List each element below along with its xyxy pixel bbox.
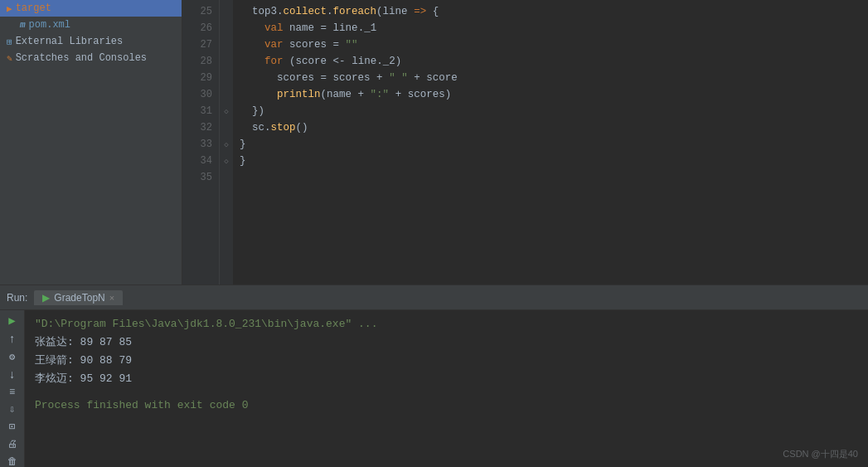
run-filter-button[interactable]: ≡ [3,387,22,398]
output-result-3: 李炫迈: 95 92 91 [35,370,858,388]
gutter-25 [220,3,233,20]
code-lines[interactable]: top3.collect.foreach(line => { val name … [233,0,868,285]
gutter-30 [220,86,233,103]
run-download-button[interactable]: ⇩ [3,403,22,416]
run-down-button[interactable]: ↓ [3,368,22,382]
gutter-34: ◇ [220,153,233,169]
code-line-27: var scores = "" [240,36,861,53]
run-layout-button[interactable]: ⊡ [3,421,22,433]
run-label: Run: [7,292,27,304]
run-up-button[interactable]: ↑ [3,333,22,346]
sidebar: ▶ target m pom.xml ⊞ External Libraries … [0,0,182,285]
code-line-32: sc.stop() [240,119,861,136]
output-process-line: Process finished with exit code 0 [35,396,858,415]
run-tab-close[interactable]: × [109,293,114,303]
folder-icon: ▶ [7,3,12,14]
output-result-2: 王绿箭: 90 88 79 [35,352,858,370]
sidebar-item-scratches[interactable]: ✎ Scratches and Consoles [0,50,182,66]
run-print-button[interactable]: 🖨 [3,438,22,450]
watermark: CSDN @十四是40 [783,448,858,460]
code-line-30: println(name + ":" + scores) [240,86,861,103]
sidebar-item-target[interactable]: ▶ target [0,0,182,17]
run-toolbar: Run: ▶ GradeTopN × [0,285,868,310]
code-line-33: } [240,136,861,153]
output-result-1: 张益达: 89 87 85 [35,333,858,352]
gutter-27 [220,36,233,53]
run-tab-name: GradeTopN [54,292,104,304]
gutter-29 [220,70,233,86]
run-delete-button[interactable]: 🗑 [3,455,22,467]
output-path-line: "D:\Program Files\Java\jdk1.8.0_231\bin\… [35,315,858,333]
gutter-33: ◇ [220,136,233,153]
run-output: "D:\Program Files\Java\jdk1.8.0_231\bin\… [25,310,868,467]
gutter-26 [220,20,233,36]
code-line-28: for (score <- line._2) [240,53,861,70]
code-line-35 [240,169,861,186]
code-line-31: }) [240,103,861,119]
ext-lib-icon: ⊞ [7,36,12,47]
code-line-29: scores = scores + " " + score [240,70,861,86]
sidebar-label-pom: pom.xml [29,19,70,31]
sidebar-label-ext-lib: External Libraries [16,36,124,47]
editor-area: 25 26 27 28 29 30 31 32 33 34 35 ◇ [182,0,868,285]
code-line-26: val name = line._1 [240,20,861,36]
gutter-28 [220,53,233,70]
run-play-button[interactable]: ▶ [3,314,22,328]
run-side-toolbar: ▶ ↑ ⚙ ↓ ≡ ⇩ ⊡ 🖨 🗑 [0,310,25,467]
sidebar-label-target: target [16,2,51,14]
line-numbers: 25 26 27 28 29 30 31 32 33 34 35 [182,0,220,285]
run-body: ▶ ↑ ⚙ ↓ ≡ ⇩ ⊡ 🖨 🗑 "D:\Program Files\Java… [0,310,868,467]
run-tab-icon: ▶ [42,292,50,304]
sidebar-item-pom[interactable]: m pom.xml [0,17,182,33]
sidebar-item-ext-lib[interactable]: ⊞ External Libraries [0,33,182,50]
sidebar-label-scratches: Scratches and Consoles [16,52,147,64]
code-content: 25 26 27 28 29 30 31 32 33 34 35 ◇ [182,0,868,285]
main-area: ▶ target m pom.xml ⊞ External Libraries … [0,0,868,285]
pom-icon: m [20,20,26,30]
run-settings-button[interactable]: ⚙ [3,351,22,363]
code-line-25: top3.collect.foreach(line => { [240,3,861,20]
run-tab[interactable]: ▶ GradeTopN × [34,290,123,305]
gutter: ◇ ◇ ◇ [220,0,233,285]
gutter-31: ◇ [220,103,233,119]
gutter-35 [220,169,233,186]
code-line-34: } [240,153,861,169]
gutter-32 [220,119,233,136]
scratches-icon: ✎ [7,53,12,64]
bottom-panel: Run: ▶ GradeTopN × ▶ ↑ ⚙ ↓ ≡ ⇩ ⊡ 🖨 🗑 "D:… [0,285,868,467]
